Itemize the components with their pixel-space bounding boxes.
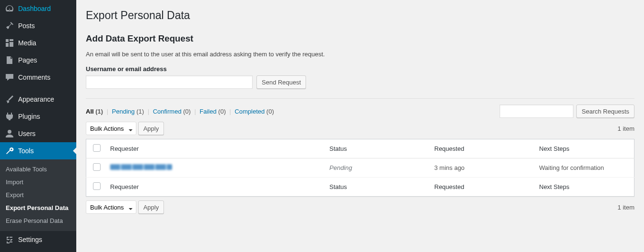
submenu-import[interactable]: Import <box>0 176 76 189</box>
sidebar-item-tools[interactable]: Tools <box>0 142 76 159</box>
sidebar-label: Comments <box>18 74 51 81</box>
status-filters: All (1) | Pending (1) | Confirmed (0) | … <box>86 108 274 115</box>
filter-pending[interactable]: Pending (1) <box>112 108 144 115</box>
sidebar-label: Appearance <box>18 95 54 103</box>
sidebar-label: Settings <box>18 236 42 243</box>
admin-sidebar: Dashboard Posts Media Pages Comments App… <box>0 0 76 252</box>
sidebar-item-users[interactable]: Users <box>0 125 76 142</box>
filter-failed[interactable]: Failed (0) <box>200 108 226 115</box>
sidebar-item-plugins[interactable]: Plugins <box>0 108 76 125</box>
col-status: Status <box>325 139 429 158</box>
col-status-foot: Status <box>325 178 429 197</box>
sidebar-label: Pages <box>18 56 37 64</box>
sidebar-label: Media <box>18 39 36 47</box>
select-all-bottom[interactable] <box>93 182 101 190</box>
col-requester-foot[interactable]: Requester <box>105 178 325 197</box>
requested-time: 3 mins ago <box>429 158 534 178</box>
sidebar-item-media[interactable]: Media <box>0 34 76 52</box>
email-input[interactable] <box>86 75 253 89</box>
table-row: Pending 3 mins ago Waiting for confirmat… <box>86 158 634 178</box>
dashboard-icon <box>5 4 14 13</box>
col-next-steps: Next Steps <box>534 139 634 158</box>
sidebar-item-appearance[interactable]: Appearance <box>0 91 76 108</box>
sidebar-item-comments[interactable]: Comments <box>0 69 76 86</box>
requests-table: Requester Status Requested Next Steps Pe… <box>86 139 634 197</box>
sidebar-item-posts[interactable]: Posts <box>0 17 76 34</box>
sidebar-item-settings[interactable]: Settings <box>0 231 76 248</box>
item-count-bottom: 1 item <box>618 204 634 211</box>
page-icon <box>5 55 14 65</box>
sidebar-item-dashboard[interactable]: Dashboard <box>0 0 76 17</box>
col-requested[interactable]: Requested <box>429 139 534 158</box>
col-next-foot: Next Steps <box>534 178 634 197</box>
requester-email-redacted[interactable] <box>110 164 172 170</box>
search-input[interactable] <box>500 105 573 118</box>
row-checkbox[interactable] <box>93 163 101 171</box>
send-request-button[interactable]: Send Request <box>256 75 306 89</box>
next-steps: Waiting for confirmation <box>534 158 634 178</box>
sidebar-label: Dashboard <box>18 5 51 12</box>
search-button[interactable]: Search Requests <box>576 105 634 118</box>
submenu-erase-personal-data[interactable]: Erase Personal Data <box>0 214 76 227</box>
settings-icon <box>5 235 14 244</box>
brush-icon <box>5 94 14 104</box>
page-title: Export Personal Data <box>86 5 634 24</box>
media-icon <box>5 38 14 48</box>
email-field-label: Username or email address <box>86 65 634 73</box>
apply-button-top[interactable]: Apply <box>138 122 164 135</box>
col-requested-foot[interactable]: Requested <box>429 178 534 197</box>
section-heading: Add Data Export Request <box>86 33 634 44</box>
comment-icon <box>5 73 14 82</box>
status-badge: Pending <box>329 164 352 171</box>
filter-all[interactable]: All (1) <box>86 108 103 115</box>
bulk-actions-select-top[interactable]: Bulk Actions <box>86 122 136 135</box>
submenu-available-tools[interactable]: Available Tools <box>0 163 76 176</box>
sidebar-item-pages[interactable]: Pages <box>0 52 76 69</box>
bulk-actions-select-bottom[interactable]: Bulk Actions <box>86 200 136 214</box>
plugin-icon <box>5 112 14 121</box>
select-all-top[interactable] <box>93 144 101 152</box>
tools-submenu: Available Tools Import Export Export Per… <box>0 159 76 231</box>
col-requester[interactable]: Requester <box>105 139 325 158</box>
item-count-top: 1 item <box>618 125 634 132</box>
apply-button-bottom[interactable]: Apply <box>138 200 164 214</box>
helper-text: An email will be sent to the user at thi… <box>86 51 634 58</box>
sidebar-label: Tools <box>18 147 34 155</box>
tools-icon <box>5 146 14 156</box>
submenu-export-personal-data[interactable]: Export Personal Data <box>0 201 76 214</box>
sidebar-label: Plugins <box>18 113 40 120</box>
user-icon <box>5 129 14 138</box>
filter-confirmed[interactable]: Confirmed (0) <box>153 108 191 115</box>
sidebar-label: Posts <box>18 22 35 30</box>
pin-icon <box>5 21 14 31</box>
divider <box>86 98 634 99</box>
filter-completed[interactable]: Completed (0) <box>235 108 274 115</box>
submenu-export[interactable]: Export <box>0 189 76 201</box>
sidebar-label: Users <box>18 130 36 137</box>
main-content: Export Personal Data Add Data Export Req… <box>76 0 644 252</box>
